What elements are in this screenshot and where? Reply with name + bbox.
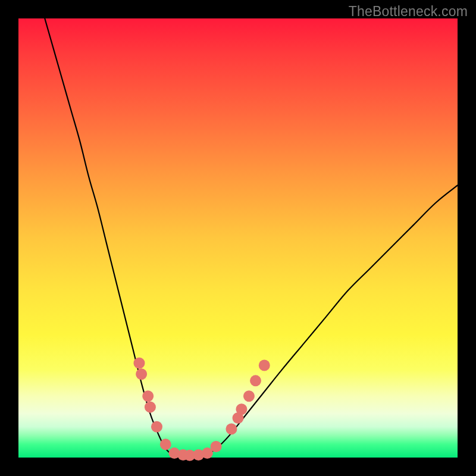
data-marker (142, 390, 154, 402)
data-marker (211, 441, 222, 452)
data-marker (145, 402, 156, 413)
data-marker (133, 358, 145, 369)
data-marker (226, 424, 237, 435)
data-marker (136, 368, 147, 380)
data-marker (160, 439, 171, 450)
watermark-text: TheBottleneck.com (349, 4, 468, 20)
chart-frame: TheBottleneck.com (0, 0, 476, 476)
data-marker (243, 390, 255, 402)
data-marker (259, 360, 270, 371)
data-marker (151, 421, 162, 433)
data-marker (236, 403, 247, 415)
data-marker (250, 375, 261, 386)
chart-svg (18, 18, 458, 458)
curve-left (45, 18, 172, 454)
